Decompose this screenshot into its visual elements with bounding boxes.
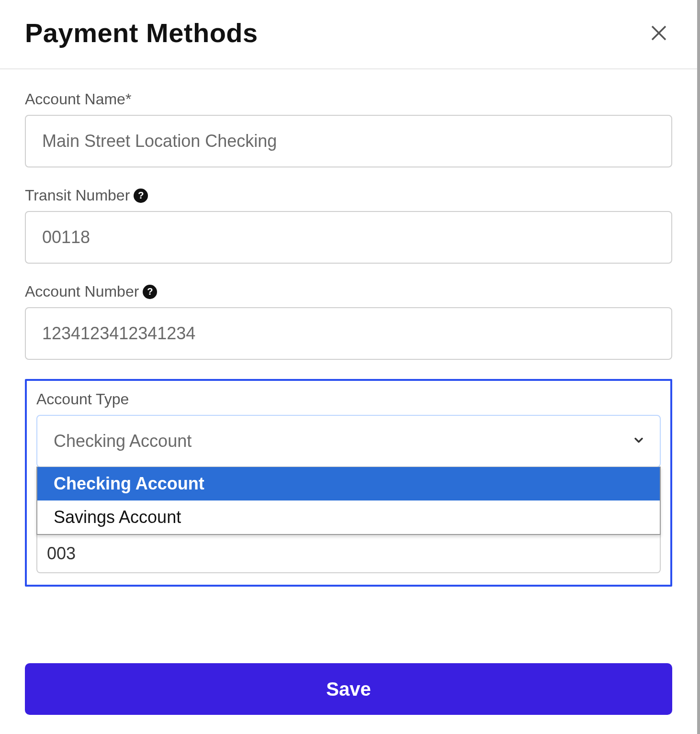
transit-number-input[interactable]	[25, 211, 672, 264]
save-button[interactable]: Save	[25, 663, 672, 715]
close-button[interactable]	[645, 20, 672, 46]
modal-title: Payment Methods	[25, 17, 258, 48]
account-number-input[interactable]	[25, 307, 672, 360]
account-type-highlight: Account Type Checking Account Checking A…	[25, 379, 672, 587]
account-type-selected-value: Checking Account	[54, 431, 192, 451]
help-icon[interactable]: ?	[143, 285, 157, 299]
field-account-type: Account Type Checking Account Checking A…	[36, 390, 661, 573]
account-type-dropdown: Checking Account Savings Account	[36, 467, 661, 535]
modal-body: Account Name* Transit Number ? Account N…	[0, 69, 697, 606]
partially-covered-input-value[interactable]: 003	[36, 535, 661, 573]
account-type-label: Account Type	[36, 390, 661, 408]
modal-header: Payment Methods	[0, 0, 697, 69]
dropdown-option-savings[interactable]: Savings Account	[37, 500, 660, 534]
transit-number-label-row: Transit Number ?	[25, 187, 672, 204]
modal-footer: Save	[0, 663, 697, 734]
account-name-label: Account Name*	[25, 90, 672, 108]
transit-number-label: Transit Number	[25, 187, 130, 204]
payment-methods-modal: Payment Methods Account Name* Transit Nu…	[0, 0, 700, 734]
dropdown-option-checking[interactable]: Checking Account	[37, 467, 660, 500]
close-icon	[649, 23, 668, 43]
account-number-label: Account Number	[25, 283, 139, 300]
help-icon[interactable]: ?	[134, 189, 148, 203]
account-name-input[interactable]	[25, 115, 672, 167]
field-transit-number: Transit Number ?	[25, 187, 672, 264]
field-account-number: Account Number ?	[25, 283, 672, 360]
chevron-down-icon	[632, 431, 645, 451]
account-type-select[interactable]: Checking Account	[36, 415, 661, 467]
account-number-label-row: Account Number ?	[25, 283, 672, 300]
field-account-name: Account Name*	[25, 90, 672, 167]
